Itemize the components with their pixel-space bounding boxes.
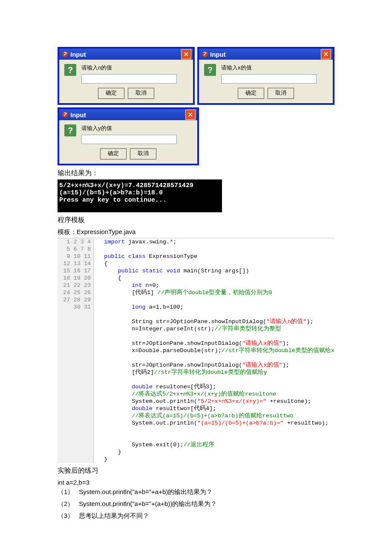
close-button[interactable]: ✕ <box>321 49 331 59</box>
java-icon <box>62 51 69 58</box>
question-3: （3） 思考以上结果为何不同？ <box>58 510 334 522</box>
java-icon <box>62 111 69 118</box>
line-gutter: 1 2 3 4 5 6 7 8 9 10 11 12 13 14 15 16 1… <box>58 238 94 463</box>
template-heading: 程序模板 <box>58 216 334 225</box>
dialog-row-2: Input ✕ ? 请输入y的值 确定 取消 <box>58 107 334 165</box>
exercise-intro: int a=2,b=3 <box>58 479 334 486</box>
prompt-label: 请输入x的值 <box>221 64 328 72</box>
input-dialog-n: Input ✕ ? 请输入n的值 确定 取消 <box>58 47 195 105</box>
question-2: （2） System.out.println("a+b="+(a+b))的输出结… <box>58 498 334 510</box>
code-content: import javax.swing.*; public class Expre… <box>94 238 334 463</box>
input-dialog-x: Input ✕ ? 请输入x的值 确定 取消 <box>197 47 334 105</box>
question-icon: ? <box>64 124 76 136</box>
title-text: Input <box>210 51 226 58</box>
value-input[interactable] <box>81 74 177 84</box>
question-icon: ? <box>64 64 76 76</box>
java-icon <box>202 51 208 58</box>
close-button[interactable]: ✕ <box>181 49 191 59</box>
question-list: （1） System.out.println("a+b="+a+b)的输出结果为… <box>58 486 334 522</box>
titlebar: Input ✕ <box>59 109 197 120</box>
code-block: 1 2 3 4 5 6 7 8 9 10 11 12 13 14 15 16 1… <box>58 238 334 463</box>
cancel-button[interactable]: 取消 <box>268 88 294 99</box>
question-icon: ? <box>204 64 216 76</box>
question-1: （1） System.out.println("a+b="+a+b)的输出结果为… <box>58 486 334 498</box>
title-text: Input <box>70 51 86 58</box>
title-text: Input <box>70 111 86 119</box>
cancel-button[interactable]: 取消 <box>128 88 154 99</box>
input-dialog-y: Input ✕ ? 请输入y的值 确定 取消 <box>58 107 199 165</box>
console-output: 5/2+x+n%3+x/(x+y)=7.428571428571429 (a=1… <box>58 179 222 212</box>
template-subheading: 模板：ExpressionType.java <box>58 228 334 236</box>
close-button[interactable]: ✕ <box>185 110 196 120</box>
prompt-label: 请输入y的值 <box>81 124 192 132</box>
output-heading: 输出结果为： <box>58 169 334 178</box>
titlebar: Input ✕ <box>59 49 193 60</box>
cancel-button[interactable]: 取消 <box>130 148 156 159</box>
page: Input ✕ ? 请输入n的值 确定 取消 <box>0 0 392 547</box>
ok-button[interactable]: 确定 <box>238 88 264 99</box>
exercise-heading: 实验后的练习 <box>58 466 334 475</box>
ok-button[interactable]: 确定 <box>100 148 127 159</box>
titlebar: Input ✕ <box>199 49 333 60</box>
value-input[interactable] <box>221 74 317 84</box>
prompt-label: 请输入n的值 <box>81 64 188 72</box>
ok-button[interactable]: 确定 <box>98 88 124 99</box>
value-input[interactable] <box>81 135 177 144</box>
dialog-row-1: Input ✕ ? 请输入n的值 确定 取消 <box>58 47 334 105</box>
